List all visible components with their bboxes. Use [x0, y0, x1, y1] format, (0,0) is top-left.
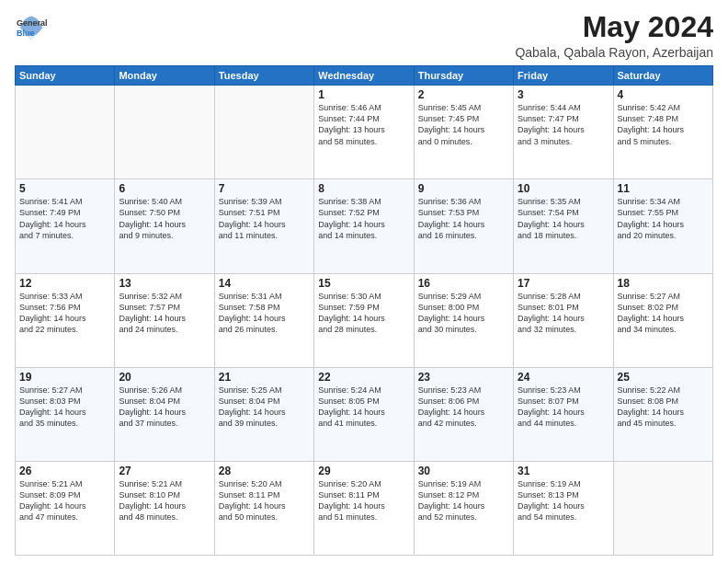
day-number: 30 [418, 465, 509, 477]
header-tuesday: Tuesday [214, 66, 313, 86]
calendar-cell-4-5: 31Sunrise: 5:19 AM Sunset: 8:13 PM Dayli… [514, 461, 613, 555]
day-number: 28 [219, 465, 310, 477]
day-number: 18 [618, 277, 709, 290]
day-info: Sunrise: 5:31 AM Sunset: 7:58 PM Dayligh… [219, 291, 310, 336]
day-number: 10 [518, 182, 609, 195]
day-number: 19 [19, 371, 110, 384]
week-row-0: 1Sunrise: 5:46 AM Sunset: 7:44 PM Daylig… [16, 86, 713, 179]
day-number: 14 [219, 277, 310, 290]
day-info: Sunrise: 5:27 AM Sunset: 8:03 PM Dayligh… [19, 385, 110, 430]
day-info: Sunrise: 5:25 AM Sunset: 8:04 PM Dayligh… [219, 385, 310, 430]
day-number: 9 [418, 182, 509, 195]
day-info: Sunrise: 5:26 AM Sunset: 8:04 PM Dayligh… [119, 385, 210, 430]
day-number: 25 [618, 371, 709, 384]
day-number: 26 [19, 465, 110, 477]
day-info: Sunrise: 5:41 AM Sunset: 7:49 PM Dayligh… [19, 196, 110, 241]
calendar-cell-2-2: 14Sunrise: 5:31 AM Sunset: 7:58 PM Dayli… [214, 273, 313, 367]
week-row-2: 12Sunrise: 5:33 AM Sunset: 7:56 PM Dayli… [16, 273, 713, 367]
day-info: Sunrise: 5:23 AM Sunset: 8:07 PM Dayligh… [518, 385, 609, 430]
day-number: 11 [618, 182, 709, 195]
header-thursday: Thursday [414, 66, 513, 86]
calendar-cell-2-0: 12Sunrise: 5:33 AM Sunset: 7:56 PM Dayli… [16, 273, 115, 367]
location-title: Qabala, Qabala Rayon, Azerbaijan [515, 45, 713, 60]
day-number: 16 [418, 277, 509, 290]
day-info: Sunrise: 5:33 AM Sunset: 7:56 PM Dayligh… [19, 291, 110, 336]
day-number: 6 [119, 182, 210, 195]
calendar-cell-1-5: 10Sunrise: 5:35 AM Sunset: 7:54 PM Dayli… [514, 179, 613, 273]
header-wednesday: Wednesday [314, 66, 414, 86]
calendar-cell-1-6: 11Sunrise: 5:34 AM Sunset: 7:55 PM Dayli… [613, 179, 712, 273]
day-info: Sunrise: 5:34 AM Sunset: 7:55 PM Dayligh… [618, 196, 709, 241]
logo-icon: General Blue [15, 11, 48, 44]
day-info: Sunrise: 5:45 AM Sunset: 7:45 PM Dayligh… [418, 102, 509, 147]
day-info: Sunrise: 5:20 AM Sunset: 8:11 PM Dayligh… [318, 478, 409, 523]
calendar-cell-3-2: 21Sunrise: 5:25 AM Sunset: 8:04 PM Dayli… [214, 367, 313, 461]
day-number: 7 [219, 182, 310, 195]
header: General Blue May 2024 Qabala, Qabala Ray… [15, 11, 713, 60]
day-number: 13 [119, 277, 210, 290]
day-info: Sunrise: 5:27 AM Sunset: 8:02 PM Dayligh… [618, 291, 709, 336]
day-info: Sunrise: 5:30 AM Sunset: 7:59 PM Dayligh… [318, 291, 409, 336]
day-info: Sunrise: 5:19 AM Sunset: 8:13 PM Dayligh… [518, 478, 609, 523]
day-info: Sunrise: 5:21 AM Sunset: 8:09 PM Dayligh… [19, 478, 110, 523]
week-row-4: 26Sunrise: 5:21 AM Sunset: 8:09 PM Dayli… [16, 461, 713, 555]
calendar-cell-4-2: 28Sunrise: 5:20 AM Sunset: 8:11 PM Dayli… [214, 461, 313, 555]
calendar-cell-2-5: 17Sunrise: 5:28 AM Sunset: 8:01 PM Dayli… [514, 273, 613, 367]
day-number: 23 [418, 371, 509, 384]
day-info: Sunrise: 5:46 AM Sunset: 7:44 PM Dayligh… [318, 102, 409, 147]
day-number: 27 [119, 465, 210, 477]
day-info: Sunrise: 5:38 AM Sunset: 7:52 PM Dayligh… [318, 196, 409, 241]
day-info: Sunrise: 5:22 AM Sunset: 8:08 PM Dayligh… [618, 385, 709, 430]
calendar-cell-3-6: 25Sunrise: 5:22 AM Sunset: 8:08 PM Dayli… [613, 367, 712, 461]
calendar-cell-1-1: 6Sunrise: 5:40 AM Sunset: 7:50 PM Daylig… [115, 179, 214, 273]
day-number: 29 [318, 465, 409, 477]
day-info: Sunrise: 5:42 AM Sunset: 7:48 PM Dayligh… [618, 102, 709, 147]
day-info: Sunrise: 5:24 AM Sunset: 8:05 PM Dayligh… [318, 385, 409, 430]
day-info: Sunrise: 5:39 AM Sunset: 7:51 PM Dayligh… [219, 196, 310, 241]
day-info: Sunrise: 5:28 AM Sunset: 8:01 PM Dayligh… [518, 291, 609, 336]
day-number: 24 [518, 371, 609, 384]
day-info: Sunrise: 5:19 AM Sunset: 8:12 PM Dayligh… [418, 478, 509, 523]
calendar-cell-2-3: 15Sunrise: 5:30 AM Sunset: 7:59 PM Dayli… [314, 273, 414, 367]
calendar-cell-0-5: 3Sunrise: 5:44 AM Sunset: 7:47 PM Daylig… [514, 86, 613, 179]
day-number: 17 [518, 277, 609, 290]
day-number: 21 [219, 371, 310, 384]
day-number: 20 [119, 371, 210, 384]
calendar-cell-4-1: 27Sunrise: 5:21 AM Sunset: 8:10 PM Dayli… [115, 461, 214, 555]
week-row-1: 5Sunrise: 5:41 AM Sunset: 7:49 PM Daylig… [16, 179, 713, 273]
calendar-cell-1-4: 9Sunrise: 5:36 AM Sunset: 7:53 PM Daylig… [414, 179, 513, 273]
header-sunday: Sunday [16, 66, 115, 86]
day-info: Sunrise: 5:20 AM Sunset: 8:11 PM Dayligh… [219, 478, 310, 523]
calendar-header-row: Sunday Monday Tuesday Wednesday Thursday… [16, 66, 713, 86]
calendar-cell-0-1 [115, 86, 214, 179]
calendar-cell-3-3: 22Sunrise: 5:24 AM Sunset: 8:05 PM Dayli… [314, 367, 414, 461]
day-number: 22 [318, 371, 409, 384]
day-info: Sunrise: 5:36 AM Sunset: 7:53 PM Dayligh… [418, 196, 509, 241]
svg-text:Blue: Blue [17, 29, 35, 38]
logo: General Blue [15, 11, 48, 44]
day-number: 8 [318, 182, 409, 195]
day-number: 31 [518, 465, 609, 477]
calendar-cell-2-1: 13Sunrise: 5:32 AM Sunset: 7:57 PM Dayli… [115, 273, 214, 367]
day-info: Sunrise: 5:23 AM Sunset: 8:06 PM Dayligh… [418, 385, 509, 430]
calendar-cell-4-6 [613, 461, 712, 555]
calendar-cell-3-0: 19Sunrise: 5:27 AM Sunset: 8:03 PM Dayli… [16, 367, 115, 461]
day-number: 2 [418, 88, 509, 101]
calendar-cell-3-5: 24Sunrise: 5:23 AM Sunset: 8:07 PM Dayli… [514, 367, 613, 461]
day-number: 4 [618, 88, 709, 101]
calendar-cell-0-6: 4Sunrise: 5:42 AM Sunset: 7:48 PM Daylig… [613, 86, 712, 179]
header-saturday: Saturday [613, 66, 712, 86]
calendar-cell-0-3: 1Sunrise: 5:46 AM Sunset: 7:44 PM Daylig… [314, 86, 414, 179]
day-info: Sunrise: 5:44 AM Sunset: 7:47 PM Dayligh… [518, 102, 609, 147]
calendar-cell-1-0: 5Sunrise: 5:41 AM Sunset: 7:49 PM Daylig… [16, 179, 115, 273]
day-number: 1 [318, 88, 409, 101]
day-number: 3 [518, 88, 609, 101]
day-info: Sunrise: 5:32 AM Sunset: 7:57 PM Dayligh… [119, 291, 210, 336]
week-row-3: 19Sunrise: 5:27 AM Sunset: 8:03 PM Dayli… [16, 367, 713, 461]
day-info: Sunrise: 5:29 AM Sunset: 8:00 PM Dayligh… [418, 291, 509, 336]
calendar-cell-1-3: 8Sunrise: 5:38 AM Sunset: 7:52 PM Daylig… [314, 179, 414, 273]
calendar-cell-0-2 [214, 86, 313, 179]
day-number: 15 [318, 277, 409, 290]
header-friday: Friday [514, 66, 613, 86]
calendar-cell-0-0 [16, 86, 115, 179]
